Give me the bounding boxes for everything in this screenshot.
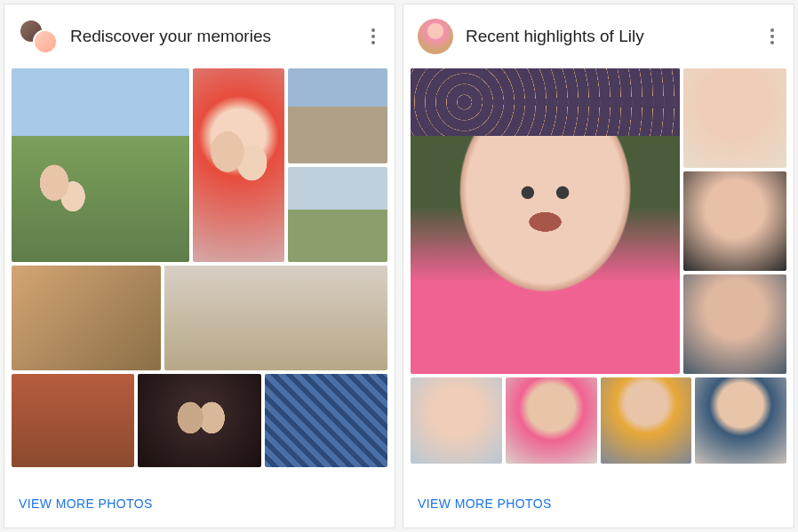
- photo-thumbnail[interactable]: [411, 377, 502, 464]
- photo-thumbnail[interactable]: [683, 68, 786, 168]
- photo-thumbnail[interactable]: [683, 274, 786, 374]
- photo-grid: [403, 68, 794, 480]
- card-title: Recent highlights of Lily: [466, 27, 749, 46]
- photo-thumbnail[interactable]: [288, 68, 387, 163]
- card-title: Rediscover your memories: [70, 27, 350, 46]
- photo-grid: [4, 68, 395, 480]
- view-more-button[interactable]: VIEW MORE PHOTOS: [19, 496, 153, 511]
- photo-thumbnail[interactable]: [288, 167, 387, 262]
- memory-card-highlights: Recent highlights of Lily VIEW MORE PHOT…: [403, 4, 794, 528]
- photo-thumbnail[interactable]: [683, 171, 786, 271]
- photo-thumbnail[interactable]: [164, 266, 387, 370]
- photo-thumbnail[interactable]: [265, 374, 387, 467]
- photo-thumbnail[interactable]: [411, 68, 680, 374]
- photo-thumbnail[interactable]: [12, 266, 161, 370]
- photo-thumbnail[interactable]: [695, 377, 786, 464]
- card-header: Rediscover your memories: [4, 4, 395, 68]
- avatar-stack[interactable]: [19, 19, 58, 54]
- photo-thumbnail[interactable]: [506, 377, 597, 464]
- card-header: Recent highlights of Lily: [403, 4, 794, 68]
- view-more-button[interactable]: VIEW MORE PHOTOS: [418, 496, 552, 511]
- photo-thumbnail[interactable]: [138, 374, 260, 467]
- card-footer: VIEW MORE PHOTOS: [403, 480, 794, 528]
- photo-thumbnail[interactable]: [601, 377, 692, 464]
- avatar[interactable]: [418, 19, 453, 54]
- photo-thumbnail[interactable]: [12, 374, 134, 467]
- more-vert-icon[interactable]: [762, 26, 783, 47]
- photo-thumbnail[interactable]: [12, 68, 189, 262]
- more-vert-icon[interactable]: [363, 26, 384, 47]
- avatar: [33, 29, 58, 54]
- memory-card-rediscover: Rediscover your memories VIEW MORE PHOTO: [4, 4, 395, 528]
- card-footer: VIEW MORE PHOTOS: [4, 480, 395, 528]
- photo-thumbnail[interactable]: [193, 68, 284, 262]
